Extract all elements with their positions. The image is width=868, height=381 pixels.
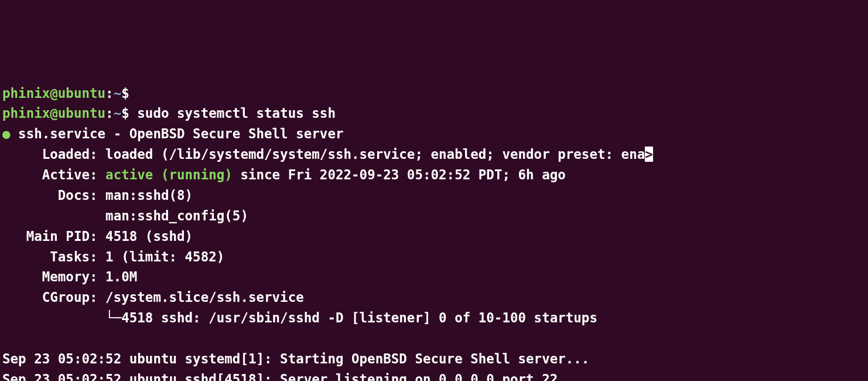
overflow-indicator-icon: > — [645, 147, 653, 162]
memory-line: Memory: 1.0M — [2, 267, 866, 287]
prompt-user: phinix — [2, 106, 50, 121]
docs-line-1: Docs: man:sshd(8) — [2, 185, 866, 206]
prompt-at: @ — [50, 86, 58, 101]
prompt-user: phinix — [2, 86, 50, 101]
tasks-line: Tasks: 1 (limit: 4582) — [2, 247, 866, 267]
prompt-host: ubuntu — [58, 86, 105, 101]
docs-line-2: man:sshd_config(5) — [2, 206, 866, 226]
loaded-text: Loaded: loaded (/lib/systemd/system/ssh.… — [2, 147, 645, 162]
log-line-1: Sep 23 05:02:52 ubuntu systemd[1]: Start… — [2, 349, 866, 369]
service-name: ssh.service - OpenBSD Secure Shell serve… — [11, 126, 344, 141]
service-header: ● ssh.service - OpenBSD Secure Shell ser… — [2, 124, 866, 144]
terminal-output[interactable]: phinix@ubuntu:~$ phinix@ubuntu:~$ sudo s… — [2, 83, 866, 382]
prompt-colon: : — [105, 86, 114, 101]
prompt-line-1: phinix@ubuntu:~$ — [2, 83, 866, 104]
command-empty — [129, 86, 138, 101]
prompt-path: ~ — [114, 86, 122, 101]
active-label: Active: — [2, 167, 105, 182]
cgroup-line: CGroup: /system.slice/ssh.service — [2, 287, 866, 308]
log-line-2: Sep 23 05:02:52 ubuntu sshd[4518]: Serve… — [2, 369, 866, 381]
prompt-host: ubuntu — [58, 106, 105, 121]
prompt-line-2: phinix@ubuntu:~$ sudo systemctl status s… — [2, 103, 866, 124]
blank-line — [2, 328, 866, 349]
main-pid-line: Main PID: 4518 (sshd) — [2, 226, 866, 247]
prompt-at: @ — [50, 106, 58, 121]
prompt-colon: : — [105, 106, 114, 121]
command-status: sudo systemctl status ssh — [129, 106, 336, 121]
cgroup-tree-line: └─4518 sshd: /usr/sbin/sshd -D [listener… — [2, 308, 866, 328]
active-bullet-icon: ● — [2, 126, 11, 141]
prompt-symbol: $ — [121, 106, 129, 121]
loaded-line: Loaded: loaded (/lib/systemd/system/ssh.… — [2, 144, 866, 165]
active-line: Active: active (running) since Fri 2022-… — [2, 165, 866, 185]
prompt-symbol: $ — [121, 86, 129, 101]
prompt-path: ~ — [114, 106, 122, 121]
active-rest: since Fri 2022-09-23 05:02:52 PDT; 6h ag… — [233, 167, 566, 182]
active-value: active (running) — [105, 167, 233, 182]
